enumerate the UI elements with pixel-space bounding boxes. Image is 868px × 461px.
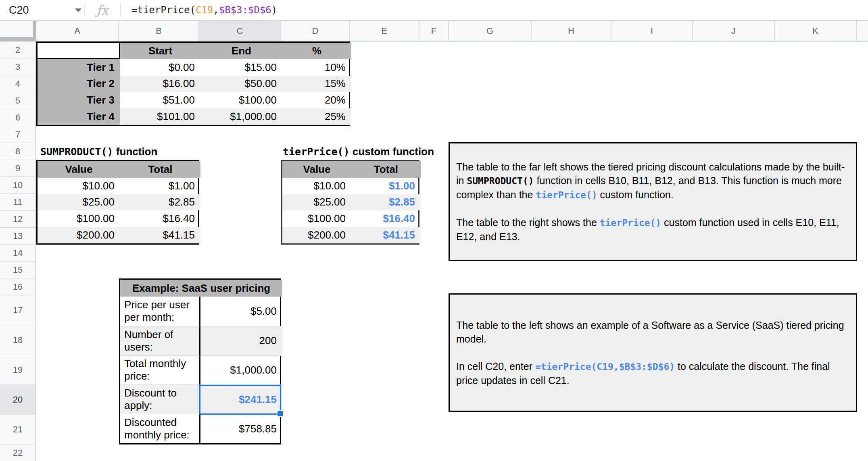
cell-C17[interactable]: $5.00 (200, 297, 282, 326)
cell-B16-merged[interactable]: Example: SaaS user pricing (120, 280, 282, 297)
name-box-dropdown-icon[interactable] (75, 8, 81, 12)
cell-E13[interactable]: $41.15 (351, 227, 421, 243)
cell-B5[interactable]: $51.00 (120, 92, 200, 108)
column-header-C[interactable]: C (199, 21, 281, 41)
cell-D4[interactable]: 15% (282, 76, 351, 92)
note-box-saas[interactable]: The table to the left shows an example o… (449, 293, 857, 412)
row-header-4[interactable]: 4 (0, 75, 35, 92)
row-header-15[interactable]: 15 (0, 262, 35, 278)
column-header-K[interactable]: K (775, 21, 857, 41)
cell-B13[interactable]: $41.15 (120, 227, 200, 243)
row-header-5[interactable]: 5 (0, 92, 35, 109)
cell-A9[interactable]: Value (38, 161, 120, 178)
column-header-L-partial[interactable] (857, 21, 868, 41)
name-box[interactable]: C20 (0, 4, 84, 17)
row-header-11[interactable]: 11 (0, 194, 35, 211)
cell-B10[interactable]: $1.00 (120, 178, 200, 194)
row-header-2[interactable]: 2 (0, 42, 35, 58)
row-header-20[interactable]: 20 (0, 385, 35, 415)
cell-B2[interactable]: Start (120, 43, 200, 59)
cell-A5[interactable]: Tier 3 (38, 92, 120, 108)
cell-E10[interactable]: $1.00 (351, 178, 421, 194)
cell-B3[interactable]: $0.00 (120, 59, 200, 76)
cell-B17[interactable]: Price per user per month: (120, 297, 200, 326)
column-header-G[interactable]: G (449, 21, 532, 41)
formula-input[interactable]: =tierPrice(C19,$B$3:$D$6) (121, 4, 277, 16)
column-header-F[interactable]: F (419, 21, 449, 41)
cell-A11[interactable]: $25.00 (38, 194, 120, 211)
row-header-9[interactable]: 9 (0, 160, 35, 177)
column-header-I[interactable]: I (611, 21, 693, 41)
cell-B6[interactable]: $101.00 (120, 108, 200, 125)
note2-paragraph-2: In cell C20, enter =tierPrice(C19,$B$3:$… (456, 359, 850, 387)
cell-A4[interactable]: Tier 2 (38, 76, 120, 92)
column-header-A[interactable]: A (36, 21, 119, 41)
sumproduct-title-rest: function (113, 145, 158, 158)
cell-B21[interactable]: Discounted monthly price: (120, 414, 200, 443)
fill-handle[interactable] (277, 410, 284, 417)
cell-E11[interactable]: $2.85 (351, 194, 421, 211)
cell-D10[interactable]: $10.00 (282, 178, 351, 194)
row-header-strip: 2 3 4 5 6 7 8 9 10 11 12 13 14 15 16 17 … (0, 42, 36, 461)
row-header-16[interactable]: 16 (0, 278, 35, 295)
row-header-14[interactable]: 14 (0, 245, 35, 262)
cell-D5[interactable]: 20% (282, 92, 351, 108)
row-header-19[interactable]: 19 (0, 355, 35, 385)
cell-A10[interactable]: $10.00 (38, 178, 120, 194)
cell-A2[interactable] (38, 43, 120, 59)
cell-D13[interactable]: $200.00 (282, 227, 351, 243)
formula-ref-2: $B$3:$D$6 (219, 4, 271, 16)
tierprice-title-mono: tierPrice() (283, 146, 350, 158)
column-header-D[interactable]: D (281, 21, 350, 41)
cell-E9[interactable]: Total (351, 161, 421, 178)
cell-C4[interactable]: $50.00 (200, 76, 282, 92)
cell-C18[interactable]: 200 (200, 326, 282, 355)
select-all-corner[interactable] (0, 21, 36, 42)
cell-A12[interactable]: $100.00 (38, 210, 120, 227)
cell-D11[interactable]: $25.00 (282, 194, 351, 211)
cell-D3[interactable]: 10% (282, 59, 351, 76)
column-header-B[interactable]: B (119, 21, 199, 41)
sumproduct-title-mono: SUMPRODUCT() (40, 146, 113, 158)
cell-C21[interactable]: $758.85 (200, 414, 282, 443)
row-header-10[interactable]: 10 (0, 177, 35, 194)
formula-ref-1: C19 (196, 4, 213, 16)
cell-D2[interactable]: % (282, 43, 351, 59)
column-header-E[interactable]: E (350, 21, 419, 41)
row-header-21[interactable]: 21 (0, 415, 35, 444)
row-header-13[interactable]: 13 (0, 228, 35, 245)
cell-B11[interactable]: $2.85 (120, 194, 200, 211)
note-box-sumproduct[interactable]: The table to the far left shows the tier… (449, 142, 857, 261)
cell-B18[interactable]: Number of users: (120, 326, 200, 355)
column-header-H[interactable]: H (532, 21, 611, 41)
cell-A13[interactable]: $200.00 (38, 227, 120, 243)
cell-C20[interactable]: $241.15 (200, 384, 282, 414)
row-header-22[interactable]: 22 (0, 444, 35, 461)
row-header-6[interactable]: 6 (0, 109, 35, 126)
cell-B9[interactable]: Total (120, 161, 200, 178)
row-header-3[interactable]: 3 (0, 58, 35, 75)
cell-B4[interactable]: $16.00 (120, 76, 200, 92)
cell-D9[interactable]: Value (282, 161, 351, 178)
row-header-18[interactable]: 18 (0, 325, 35, 355)
cell-C6[interactable]: $1,000.00 (200, 108, 282, 125)
row-header-12[interactable]: 12 (0, 211, 35, 228)
tierprice-formula-inline-code: =tierPrice(C19,$B$3:$D$6) (535, 361, 675, 372)
cell-B20[interactable]: Discount to apply: (120, 384, 200, 414)
cell-B19[interactable]: Total monthly price: (120, 355, 200, 385)
row-header-7[interactable]: 7 (0, 126, 35, 143)
cell-A3[interactable]: Tier 1 (38, 59, 120, 76)
column-header-J[interactable]: J (693, 21, 775, 41)
cell-D6[interactable]: 25% (282, 108, 351, 125)
cell-E12[interactable]: $16.40 (351, 210, 421, 227)
cell-C5[interactable]: $100.00 (200, 92, 282, 108)
row-header-17[interactable]: 17 (0, 295, 35, 325)
cell-D12[interactable]: $100.00 (282, 210, 351, 227)
cell-A6[interactable]: Tier 4 (38, 108, 120, 125)
tierprice-section-title: tierPrice() custom function (283, 143, 434, 160)
cell-C19[interactable]: $1,000.00 (200, 355, 282, 385)
row-header-8[interactable]: 8 (0, 143, 35, 160)
cell-B12[interactable]: $16.40 (120, 210, 200, 227)
cell-C3[interactable]: $15.00 (200, 59, 282, 76)
cell-C2[interactable]: End (200, 43, 282, 59)
